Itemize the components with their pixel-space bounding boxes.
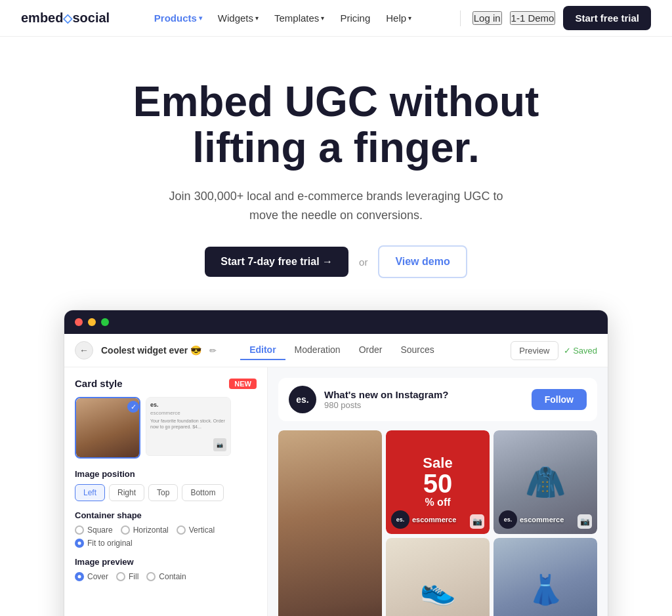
image-preview-section: Image preview Cover Fill [75,557,257,581]
photo-logo-2: es. [391,510,410,529]
nav-link-products[interactable]: Products ▾ [148,9,209,28]
position-bottom-button[interactable]: Bottom [182,484,224,501]
nav-link-pricing[interactable]: Pricing [333,9,377,28]
shape-fit-to-original[interactable]: Fit to original [75,539,257,548]
browser-dot-red [75,318,83,326]
new-badge: NEW [229,379,257,389]
photo-cell-5[interactable]: 👗 es. escommerce 📷 [494,538,597,616]
photo-overlay-3: es. escommerce [499,510,564,529]
shape-square[interactable]: Square [75,525,113,535]
photo-grid: es. escommerce 📷 Sale 50 % off [278,430,597,616]
tab-editor[interactable]: Editor [240,340,285,360]
login-button[interactable]: Log in [472,11,502,25]
instagram-icon-2: 📷 [470,514,484,529]
ig-avatar: es. [289,386,316,413]
photo-logo-3: es. [499,510,517,529]
nav-link-templates[interactable]: Templates ▾ [268,9,331,28]
demo-button[interactable]: 1-1 Demo [510,11,556,25]
thumbnail-selected[interactable] [75,397,140,459]
radio-unchecked [121,525,130,535]
app-content: ← Coolest widget ever 😎 ✏ Editor Moderat… [64,334,608,616]
photo-username-3: escommerce [520,516,564,524]
shape-horizontal[interactable]: Horizontal [121,525,169,535]
sale-off: % off [425,497,450,508]
container-shape-section: Container shape Square Horizontal [75,510,257,548]
start-trial-button[interactable]: Start 7-day free trial → [205,247,348,277]
chevron-down-icon: ▾ [408,14,411,22]
radio-unchecked [177,525,186,535]
tab-order[interactable]: Order [350,340,392,360]
hero-headline: Embed UGC without lifting a finger. [106,79,566,171]
widget-name: Coolest widget ever 😎 [101,345,201,356]
tab-moderation[interactable]: Moderation [285,340,350,360]
ig-info: What's new on Instagram? 980 posts [324,389,524,410]
topbar-right: Preview ✓ Saved [511,341,597,360]
nav-link-help[interactable]: Help ▾ [379,9,418,28]
browser-window: ← Coolest widget ever 😎 ✏ Editor Moderat… [64,310,608,616]
photo-cell-1[interactable]: es. escommerce 📷 [278,430,382,616]
app-topbar: ← Coolest widget ever 😎 ✏ Editor Moderat… [64,334,608,367]
hero-cta-group: Start 7-day free trial → or View demo [13,245,659,278]
preview-fill[interactable]: Fill [116,572,138,581]
radio-checked [75,572,84,581]
hero-subtext: Join 300,000+ local and e-commerce brand… [165,187,507,225]
nav-links: Products ▾ Widgets ▾ Templates ▾ Pricing… [148,9,418,28]
browser-dot-yellow [88,318,96,326]
right-panel: es. What's new on Instagram? 980 posts F… [268,367,608,616]
instagram-icon-3: 📷 [578,514,592,529]
follow-button[interactable]: Follow [532,389,587,410]
radio-unchecked [75,525,84,535]
container-shape-options: Square Horizontal Vertical [75,525,257,535]
nav-link-widgets[interactable]: Widgets ▾ [211,9,265,28]
browser-dot-green [101,318,109,326]
thumbnail-card[interactable]: es. escommerce Your favorite foundation … [146,397,231,459]
chevron-down-icon: ▾ [321,14,324,22]
image-preview-options: Cover Fill Contain [75,572,257,581]
image-position-section: Image position Left Right Top Bottom [75,469,257,501]
radio-checked [75,539,84,548]
position-top-button[interactable]: Top [148,484,178,501]
app-main-layout: Card style NEW es. es [64,367,608,616]
radio-unchecked [146,572,156,581]
shape-vertical[interactable]: Vertical [177,525,215,535]
ig-feed-posts: 980 posts [324,400,524,410]
position-left-button[interactable]: Left [75,484,105,501]
sale-percentage: 50 [423,470,453,497]
logo-text2: social [72,10,110,26]
photo-cell-4[interactable]: 👟 📷 [386,538,490,616]
image-preview-title: Image preview [75,557,257,567]
divider [460,10,461,26]
chevron-down-icon: ▾ [199,14,202,22]
position-right-button[interactable]: Right [109,484,144,501]
ig-feed-name: What's new on Instagram? [324,389,524,400]
left-panel: Card style NEW es. es [64,367,268,616]
hero-section: Embed UGC without lifting a finger. Join… [0,37,672,310]
logo[interactable]: embed ◇ social [21,10,110,26]
start-free-trial-button[interactable]: Start free trial [563,6,651,30]
preview-cover[interactable]: Cover [75,572,108,581]
sale-text: Sale [423,456,452,470]
preview-contain[interactable]: Contain [146,572,186,581]
saved-badge: ✓ Saved [564,346,597,356]
back-button[interactable]: ← [75,341,93,359]
photo-username-2: escommerce [412,516,456,524]
photo-cell-3[interactable]: 🧥 es. escommerce 📷 [494,430,597,534]
edit-icon[interactable]: ✏ [209,346,217,356]
navbar: embed ◇ social Products ▾ Widgets ▾ Temp… [0,0,672,37]
radio-unchecked [116,572,125,581]
image-position-title: Image position [75,469,257,479]
chevron-down-icon: ▾ [255,14,259,22]
preview-button[interactable]: Preview [511,341,558,360]
nav-right-actions: Log in 1-1 Demo Start free trial [456,6,651,30]
card-style-header: Card style NEW [75,378,257,389]
browser-bar [64,310,608,334]
card-style-title: Card style [75,378,123,389]
photo-cell-2[interactable]: Sale 50 % off es. escommerce 📷 [386,430,490,534]
hero-or-text: or [359,257,368,268]
app-tabs: Editor Moderation Order Sources [240,340,503,360]
card-thumbnails: es. escommerce Your favorite foundation … [75,397,257,459]
image-position-buttons: Left Right Top Bottom [75,484,257,501]
tab-sources[interactable]: Sources [391,340,443,360]
demo-wrapper: ← Coolest widget ever 😎 ✏ Editor Moderat… [51,310,621,616]
view-demo-button[interactable]: View demo [378,245,467,278]
